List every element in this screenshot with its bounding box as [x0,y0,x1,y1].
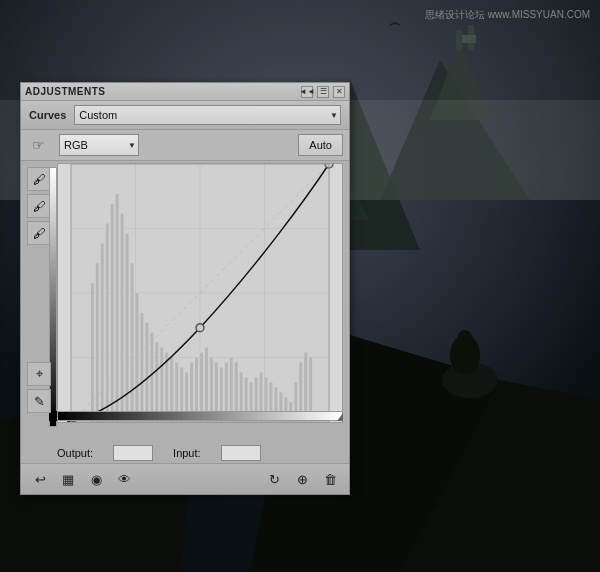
svg-rect-23 [116,194,119,422]
input-gradient-bar [57,411,343,421]
menu-button[interactable]: ☰ [317,86,329,98]
preset-select[interactable]: Custom Default Linear Medium Contrast St… [74,105,341,125]
watermark: 思绪设计论坛 www.MISSYUAN.COM [425,8,590,22]
reset-button[interactable]: ↩ [29,468,51,490]
gray-point-eyedropper[interactable]: 🖋 [27,194,51,218]
mask-button[interactable]: ◉ [85,468,107,490]
add-layer-button[interactable]: ⊕ [291,468,313,490]
svg-rect-22 [111,204,114,422]
white-point-eyedropper[interactable]: 🖋 [27,221,51,245]
svg-rect-30 [150,333,153,422]
black-point-eyedropper[interactable]: 🖋 [27,167,51,191]
curve-side-tools: ⌖ ✎ [27,362,51,413]
panel-controls: ◄◄ ☰ ✕ [301,86,345,98]
input-label: Input: [173,447,201,459]
svg-rect-24 [121,214,124,422]
svg-rect-28 [140,313,143,422]
output-input-row: Output: Input: [21,443,349,463]
curves-mode-icon[interactable]: ⌖ [27,362,51,386]
curve-graph[interactable] [57,163,343,423]
minimize-button[interactable]: ◄◄ [301,86,313,98]
panel-title: ADJUSTMENTS [25,86,106,97]
pencil-mode-icon[interactable]: ✎ [27,389,51,413]
panel-titlebar: ADJUSTMENTS ◄◄ ☰ ✕ [21,83,349,101]
panel-footer: ↩ ▦ ◉ 👁 ↻ ⊕ 🗑 [21,463,349,494]
white-point-indicator [337,413,343,421]
svg-rect-19 [96,263,99,422]
auto-button[interactable]: Auto [298,134,343,156]
curve-section: 🖋 🖋 🖋 [21,163,349,443]
channel-select[interactable]: RGB Red Green Blue [59,134,139,156]
input-value-field[interactable] [221,445,261,461]
curves-label: Curves [29,109,66,121]
delete-button[interactable]: 🗑 [319,468,341,490]
finger-tool-icon[interactable]: ☞ [27,134,49,156]
svg-rect-26 [131,263,134,422]
eyedropper-tools: 🖋 🖋 🖋 [27,163,51,245]
svg-rect-29 [145,323,148,422]
channel-select-wrapper: RGB Red Green Blue ▼ [59,134,139,156]
svg-point-71 [196,324,204,332]
panel-header: Curves Custom Default Linear Medium Cont… [21,101,349,130]
adjustments-panel: ADJUSTMENTS ◄◄ ☰ ✕ Curves Custom Default… [20,82,350,495]
svg-rect-21 [106,224,109,422]
close-button[interactable]: ✕ [333,86,345,98]
rotate-button[interactable]: ↻ [263,468,285,490]
output-label: Output: [57,447,93,459]
panel-toolbar: ☞ RGB Red Green Blue ▼ Auto [21,130,349,161]
output-value-field[interactable] [113,445,153,461]
preset-select-wrapper: Custom Default Linear Medium Contrast St… [74,105,341,125]
svg-rect-18 [91,283,94,422]
toggle-view-button[interactable]: ▦ [57,468,79,490]
svg-point-14 [457,330,473,350]
visibility-button[interactable]: 👁 [113,468,135,490]
svg-rect-20 [101,243,104,422]
